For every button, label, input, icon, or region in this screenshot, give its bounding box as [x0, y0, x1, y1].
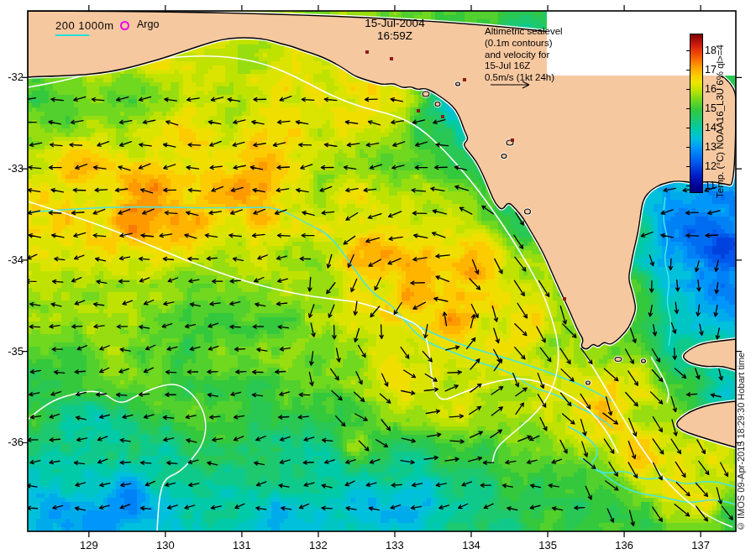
- annotation-line: Altimetric sealevel: [485, 26, 563, 38]
- sst-velocity-map-canvas: [0, 0, 756, 554]
- map-title-time: 16:59Z: [343, 29, 447, 42]
- map-title-date: 15-Jul-2004: [343, 17, 447, 29]
- x-axis-tick-label: 134: [462, 539, 480, 551]
- colorbar-tick-mark: [686, 108, 690, 109]
- annotation-line: and velocity for: [485, 50, 563, 61]
- isobath-scalebar-label: 200 1000m: [55, 19, 114, 32]
- temperature-colorbar: [690, 34, 703, 193]
- x-axis-tick-label: 133: [386, 539, 404, 551]
- y-axis-tick-label: -32: [0, 71, 24, 83]
- colorbar-tick-label: 12: [705, 160, 717, 172]
- ocean-map-page: { "map_header": { "title_date": "15-Jul-…: [0, 0, 756, 554]
- x-axis-tick-label: 137: [691, 539, 710, 551]
- colorbar-axis-label: Temp. (°C) NOAA16_L3U 6% ql>=4: [715, 34, 725, 198]
- colorbar-tick-mark: [686, 50, 690, 51]
- colorbar-tick-label: 16: [705, 83, 717, 95]
- annotation-line: 15-Jul 16Z: [485, 60, 563, 72]
- colorbar-tick-label: 17: [705, 64, 717, 76]
- colorbar-tick-mark: [686, 70, 690, 71]
- x-axis-tick-label: 130: [156, 539, 175, 551]
- x-axis-tick-label: 129: [80, 539, 98, 551]
- y-axis-tick-label: -33: [0, 162, 24, 175]
- x-axis-tick-label: 132: [309, 539, 328, 551]
- annotation-line: (0.1m contours): [485, 38, 563, 50]
- colorbar-tick-mark: [686, 89, 690, 90]
- colorbar-tick-mark: [686, 166, 690, 167]
- colorbar-tick-mark: [686, 147, 690, 148]
- altimetry-annotation-block: Altimetric sealevel (0.1m contours) and …: [485, 26, 563, 84]
- x-axis-tick-label: 135: [538, 539, 557, 551]
- colorbar-tick-mark: [686, 186, 690, 186]
- x-axis-tick-label: 131: [233, 539, 251, 551]
- annotation-line: 0.5m/s (1kt 24h): [485, 72, 563, 84]
- isobath-scalebar-line: [55, 34, 89, 36]
- argo-marker-icon: [120, 21, 129, 30]
- argo-legend-label: Argo: [137, 18, 159, 30]
- colorbar-tick-label: 18: [705, 44, 717, 56]
- y-axis-tick-label: -34: [0, 253, 24, 266]
- y-axis-tick-label: -36: [0, 436, 24, 448]
- colorbar-tick-mark: [686, 128, 690, 128]
- y-axis-tick-label: -35: [0, 345, 24, 358]
- colorbar-tick-label: 15: [705, 102, 717, 114]
- colorbar-tick-label: 13: [705, 141, 717, 153]
- credit-text: © IMOS 09-Apr-2015 18:29:30 Hobart time: [736, 317, 746, 531]
- colorbar-tick-label: 11: [705, 180, 716, 191]
- x-axis-tick-label: 136: [615, 539, 633, 551]
- colorbar-tick-label: 14: [705, 122, 717, 133]
